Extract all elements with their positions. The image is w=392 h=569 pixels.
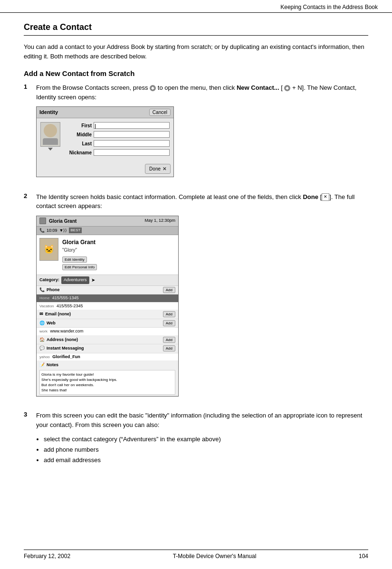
page-header: Keeping Contacts in the Address Book	[0, 0, 392, 13]
identity-cancel-button[interactable]: Cancel	[149, 109, 171, 116]
done-label: Done	[149, 165, 161, 172]
phone-section-icon: 📞	[39, 287, 45, 294]
identity-screen-mockup: Identity Cancel First	[36, 106, 174, 177]
im-add-button[interactable]: Add	[163, 345, 175, 351]
identity-fields: First Middle Last	[64, 122, 170, 158]
step-2-bold: Done	[303, 193, 318, 200]
step-3-number: 3	[24, 411, 31, 418]
web-section-title: Web	[47, 320, 56, 327]
phone-home-row: Home 415/555-1345	[37, 294, 178, 303]
phone-vacation-row: Vacation 415/555-2345	[37, 303, 178, 311]
header-title: Keeping Contacts in the Address Book	[280, 4, 378, 10]
im-section-icon: 💬	[39, 345, 45, 352]
phone-home-value: 415/555-1345	[52, 295, 79, 300]
contact-screen-mockup: Gloria Grant May 1, 12:30pm 📞 10:09 ▼⟩⟩ …	[36, 216, 179, 397]
step-1-number: 1	[24, 83, 31, 90]
identity-done-row: Done ✕	[37, 162, 173, 177]
web-work-value: www.wander.com	[50, 329, 83, 333]
address-section-row: 🏠 Address (none) Add	[37, 336, 178, 345]
bullet-item-1: select the contact category (“Adventurer…	[44, 434, 368, 445]
contact-nickname: "Glory"	[62, 247, 175, 254]
notes-icon: 📝	[39, 362, 45, 369]
intro-paragraph: You can add a contact to your Address Bo…	[24, 42, 368, 61]
web-work-label: work	[39, 329, 48, 333]
middle-label: Middle	[64, 131, 92, 138]
phone-vacation-label: Vacation	[39, 304, 54, 308]
step-1: 1 From the Browse Contacts screen, press…	[24, 83, 368, 185]
email-section-label: ✉ Email (none)	[39, 311, 71, 318]
edit-personal-button[interactable]: Edit Personal Info	[62, 264, 97, 270]
first-label: First	[64, 122, 92, 129]
address-section-title: Address (none)	[47, 337, 78, 343]
address-add-button[interactable]: Add	[163, 337, 175, 343]
notes-body: Gloria is my favorite tour guide!She's e…	[39, 370, 175, 395]
identity-title-label: Identity	[39, 108, 58, 116]
section-title: Create a Contact	[24, 22, 368, 36]
contact-info-bar: 📞 10:09 ▼⟩⟩ BEST	[37, 227, 178, 236]
phone-vacation-value: 415/555-2345	[57, 303, 83, 308]
phone-add-button[interactable]: Add	[163, 287, 175, 293]
contact-name-block: Gloria Grant "Glory" Edit Identity Edit …	[62, 238, 175, 272]
identity-avatar	[40, 122, 60, 147]
web-work-row: work www.wander.com	[37, 328, 178, 336]
contact-header: Gloria Grant May 1, 12:30pm	[37, 216, 178, 227]
avatar-arrow-icon	[48, 148, 53, 151]
first-name-row: First	[64, 122, 170, 129]
cat-avatar-icon: 🐱	[44, 243, 54, 256]
first-input[interactable]	[94, 122, 170, 129]
step-2-number: 2	[24, 192, 31, 199]
done-button[interactable]: Done ✕	[145, 164, 171, 174]
done-x-icon: ✕	[163, 165, 166, 172]
last-name-row: Last	[64, 140, 170, 147]
bullet-item-3: add email addresses	[44, 455, 368, 465]
nickname-input[interactable]	[94, 149, 170, 156]
contact-date: May 1, 12:30pm	[144, 218, 175, 224]
avatar-body	[43, 138, 58, 145]
footer-left: February 12, 2002	[24, 553, 70, 560]
notes-text: Gloria is my favorite tour guide!She's e…	[41, 372, 117, 393]
category-arrow-icon[interactable]: ➤	[91, 276, 95, 284]
last-input[interactable]	[94, 140, 170, 147]
web-add-button[interactable]: Add	[163, 320, 175, 326]
signal-icons: ▼⟩⟩	[59, 228, 67, 234]
category-value: Adventurers	[61, 276, 89, 284]
last-label: Last	[64, 140, 92, 147]
contact-avatar: 🐱	[39, 238, 58, 261]
identity-titlebar: Identity Cancel	[37, 107, 173, 118]
edit-identity-button[interactable]: Edit Identity	[62, 256, 87, 263]
contact-small-icon	[39, 218, 46, 224]
menu-icon: ◆	[150, 85, 156, 91]
nickname-label: Nickname	[64, 149, 92, 156]
step-2-content: The Identity screen holds basic contact …	[36, 192, 368, 404]
step-1-bold: New Contact...	[237, 84, 279, 91]
battery-icon: BEST	[69, 228, 82, 233]
im-section-row: 💬 Instant Messaging Add	[37, 344, 178, 353]
contact-name-label: Gloria Grant	[49, 218, 76, 225]
im-section-label: 💬 Instant Messaging	[39, 345, 84, 352]
phone-section-title: Phone	[47, 287, 60, 294]
im-yahoo-row: yahoo Glorified_Fun	[37, 353, 178, 361]
middle-name-row: Middle	[64, 131, 170, 138]
contact-header-name: Gloria Grant	[39, 218, 76, 225]
done-x-inline: ✕	[322, 193, 329, 201]
footer-right: 104	[359, 553, 368, 560]
email-section-title: Email (none)	[45, 311, 71, 318]
identity-body: First Middle Last	[37, 118, 173, 162]
address-section-label: 🏠 Address (none)	[39, 337, 78, 343]
middle-input[interactable]	[94, 131, 170, 138]
email-add-button[interactable]: Add	[163, 311, 175, 317]
phone-section-row: 📞 Phone Add	[37, 286, 178, 295]
phone-home-label: Home	[39, 296, 49, 300]
step-2-text: The Identity screen holds basic contact …	[36, 192, 368, 211]
menu-icon-2: ◆	[284, 85, 290, 91]
bullet-list: select the contact category (“Adventurer…	[44, 434, 368, 465]
step-3: 3 From this screen you can edit the basi…	[24, 411, 368, 469]
im-section-title: Instant Messaging	[47, 345, 84, 352]
email-section-icon: ✉	[39, 311, 43, 318]
phone-icon: 📞	[39, 228, 45, 234]
im-yahoo-value: Glorified_Fun	[52, 354, 80, 359]
address-section-icon: 🏠	[39, 337, 45, 343]
page-content: Create a Contact You can add a contact t…	[0, 13, 392, 487]
notes-label: Notes	[47, 362, 58, 369]
nickname-row: Nickname	[64, 149, 170, 156]
